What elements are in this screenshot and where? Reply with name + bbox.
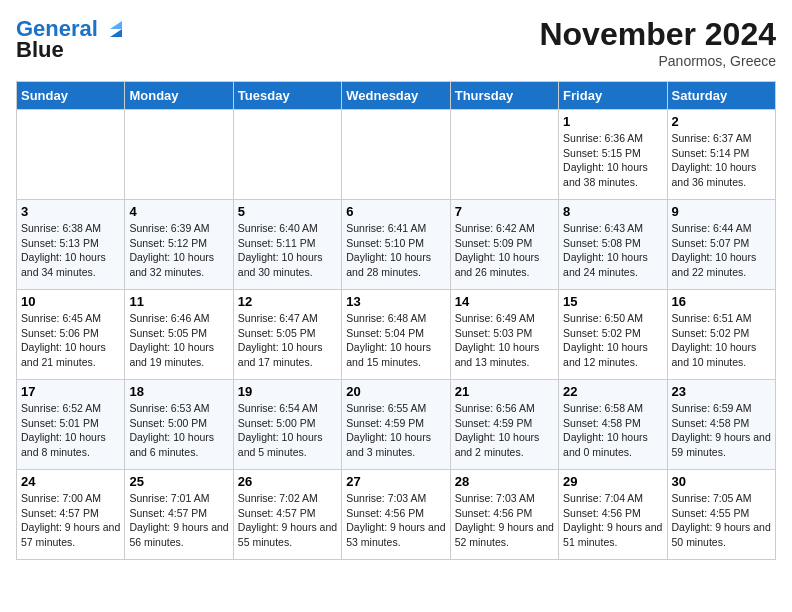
day-cell: 5Sunrise: 6:40 AM Sunset: 5:11 PM Daylig… — [233, 200, 341, 290]
day-info: Sunrise: 6:58 AM Sunset: 4:58 PM Dayligh… — [563, 401, 662, 460]
day-cell — [233, 110, 341, 200]
day-number: 6 — [346, 204, 445, 219]
week-row-4: 17Sunrise: 6:52 AM Sunset: 5:01 PM Dayli… — [17, 380, 776, 470]
day-cell: 16Sunrise: 6:51 AM Sunset: 5:02 PM Dayli… — [667, 290, 775, 380]
calendar-body: 1Sunrise: 6:36 AM Sunset: 5:15 PM Daylig… — [17, 110, 776, 560]
day-cell — [450, 110, 558, 200]
day-number: 17 — [21, 384, 120, 399]
day-info: Sunrise: 6:52 AM Sunset: 5:01 PM Dayligh… — [21, 401, 120, 460]
day-cell: 29Sunrise: 7:04 AM Sunset: 4:56 PM Dayli… — [559, 470, 667, 560]
week-row-1: 1Sunrise: 6:36 AM Sunset: 5:15 PM Daylig… — [17, 110, 776, 200]
week-row-5: 24Sunrise: 7:00 AM Sunset: 4:57 PM Dayli… — [17, 470, 776, 560]
day-info: Sunrise: 6:44 AM Sunset: 5:07 PM Dayligh… — [672, 221, 771, 280]
day-number: 3 — [21, 204, 120, 219]
day-number: 21 — [455, 384, 554, 399]
day-info: Sunrise: 6:47 AM Sunset: 5:05 PM Dayligh… — [238, 311, 337, 370]
day-info: Sunrise: 6:50 AM Sunset: 5:02 PM Dayligh… — [563, 311, 662, 370]
day-number: 13 — [346, 294, 445, 309]
day-info: Sunrise: 6:38 AM Sunset: 5:13 PM Dayligh… — [21, 221, 120, 280]
column-header-wednesday: Wednesday — [342, 82, 450, 110]
day-number: 5 — [238, 204, 337, 219]
day-number: 22 — [563, 384, 662, 399]
day-number: 14 — [455, 294, 554, 309]
day-cell: 17Sunrise: 6:52 AM Sunset: 5:01 PM Dayli… — [17, 380, 125, 470]
column-header-sunday: Sunday — [17, 82, 125, 110]
svg-marker-1 — [110, 21, 122, 29]
logo: General Blue — [16, 16, 126, 63]
day-info: Sunrise: 7:01 AM Sunset: 4:57 PM Dayligh… — [129, 491, 228, 550]
day-info: Sunrise: 6:55 AM Sunset: 4:59 PM Dayligh… — [346, 401, 445, 460]
day-cell: 8Sunrise: 6:43 AM Sunset: 5:08 PM Daylig… — [559, 200, 667, 290]
day-number: 7 — [455, 204, 554, 219]
logo-icon — [104, 19, 126, 41]
month-title: November 2024 — [539, 16, 776, 53]
day-number: 12 — [238, 294, 337, 309]
day-info: Sunrise: 7:03 AM Sunset: 4:56 PM Dayligh… — [455, 491, 554, 550]
day-number: 20 — [346, 384, 445, 399]
day-cell: 3Sunrise: 6:38 AM Sunset: 5:13 PM Daylig… — [17, 200, 125, 290]
header-row: SundayMondayTuesdayWednesdayThursdayFrid… — [17, 82, 776, 110]
day-number: 9 — [672, 204, 771, 219]
day-cell: 30Sunrise: 7:05 AM Sunset: 4:55 PM Dayli… — [667, 470, 775, 560]
day-info: Sunrise: 7:04 AM Sunset: 4:56 PM Dayligh… — [563, 491, 662, 550]
day-cell: 2Sunrise: 6:37 AM Sunset: 5:14 PM Daylig… — [667, 110, 775, 200]
calendar-header: SundayMondayTuesdayWednesdayThursdayFrid… — [17, 82, 776, 110]
day-cell: 9Sunrise: 6:44 AM Sunset: 5:07 PM Daylig… — [667, 200, 775, 290]
week-row-2: 3Sunrise: 6:38 AM Sunset: 5:13 PM Daylig… — [17, 200, 776, 290]
day-cell: 21Sunrise: 6:56 AM Sunset: 4:59 PM Dayli… — [450, 380, 558, 470]
day-number: 4 — [129, 204, 228, 219]
day-info: Sunrise: 6:42 AM Sunset: 5:09 PM Dayligh… — [455, 221, 554, 280]
day-cell — [125, 110, 233, 200]
day-number: 1 — [563, 114, 662, 129]
calendar-table: SundayMondayTuesdayWednesdayThursdayFrid… — [16, 81, 776, 560]
day-number: 23 — [672, 384, 771, 399]
page-header: General Blue November 2024 Panormos, Gre… — [16, 16, 776, 69]
day-info: Sunrise: 7:03 AM Sunset: 4:56 PM Dayligh… — [346, 491, 445, 550]
day-info: Sunrise: 6:56 AM Sunset: 4:59 PM Dayligh… — [455, 401, 554, 460]
location: Panormos, Greece — [539, 53, 776, 69]
column-header-tuesday: Tuesday — [233, 82, 341, 110]
column-header-saturday: Saturday — [667, 82, 775, 110]
day-number: 24 — [21, 474, 120, 489]
day-info: Sunrise: 6:45 AM Sunset: 5:06 PM Dayligh… — [21, 311, 120, 370]
day-info: Sunrise: 6:51 AM Sunset: 5:02 PM Dayligh… — [672, 311, 771, 370]
day-info: Sunrise: 6:40 AM Sunset: 5:11 PM Dayligh… — [238, 221, 337, 280]
day-cell: 14Sunrise: 6:49 AM Sunset: 5:03 PM Dayli… — [450, 290, 558, 380]
svg-marker-0 — [110, 29, 122, 37]
day-number: 15 — [563, 294, 662, 309]
day-number: 30 — [672, 474, 771, 489]
day-cell: 24Sunrise: 7:00 AM Sunset: 4:57 PM Dayli… — [17, 470, 125, 560]
day-info: Sunrise: 6:41 AM Sunset: 5:10 PM Dayligh… — [346, 221, 445, 280]
day-cell: 25Sunrise: 7:01 AM Sunset: 4:57 PM Dayli… — [125, 470, 233, 560]
day-info: Sunrise: 7:00 AM Sunset: 4:57 PM Dayligh… — [21, 491, 120, 550]
column-header-thursday: Thursday — [450, 82, 558, 110]
title-block: November 2024 Panormos, Greece — [539, 16, 776, 69]
day-info: Sunrise: 6:36 AM Sunset: 5:15 PM Dayligh… — [563, 131, 662, 190]
day-info: Sunrise: 6:46 AM Sunset: 5:05 PM Dayligh… — [129, 311, 228, 370]
day-number: 8 — [563, 204, 662, 219]
day-info: Sunrise: 6:43 AM Sunset: 5:08 PM Dayligh… — [563, 221, 662, 280]
day-cell: 13Sunrise: 6:48 AM Sunset: 5:04 PM Dayli… — [342, 290, 450, 380]
day-cell: 1Sunrise: 6:36 AM Sunset: 5:15 PM Daylig… — [559, 110, 667, 200]
day-cell: 18Sunrise: 6:53 AM Sunset: 5:00 PM Dayli… — [125, 380, 233, 470]
day-number: 28 — [455, 474, 554, 489]
day-info: Sunrise: 7:05 AM Sunset: 4:55 PM Dayligh… — [672, 491, 771, 550]
day-number: 25 — [129, 474, 228, 489]
day-cell: 12Sunrise: 6:47 AM Sunset: 5:05 PM Dayli… — [233, 290, 341, 380]
day-cell: 10Sunrise: 6:45 AM Sunset: 5:06 PM Dayli… — [17, 290, 125, 380]
day-info: Sunrise: 6:49 AM Sunset: 5:03 PM Dayligh… — [455, 311, 554, 370]
day-cell: 7Sunrise: 6:42 AM Sunset: 5:09 PM Daylig… — [450, 200, 558, 290]
day-info: Sunrise: 6:37 AM Sunset: 5:14 PM Dayligh… — [672, 131, 771, 190]
day-cell: 23Sunrise: 6:59 AM Sunset: 4:58 PM Dayli… — [667, 380, 775, 470]
day-number: 18 — [129, 384, 228, 399]
day-info: Sunrise: 6:39 AM Sunset: 5:12 PM Dayligh… — [129, 221, 228, 280]
day-cell: 20Sunrise: 6:55 AM Sunset: 4:59 PM Dayli… — [342, 380, 450, 470]
day-info: Sunrise: 6:53 AM Sunset: 5:00 PM Dayligh… — [129, 401, 228, 460]
day-info: Sunrise: 6:48 AM Sunset: 5:04 PM Dayligh… — [346, 311, 445, 370]
day-cell: 19Sunrise: 6:54 AM Sunset: 5:00 PM Dayli… — [233, 380, 341, 470]
day-info: Sunrise: 7:02 AM Sunset: 4:57 PM Dayligh… — [238, 491, 337, 550]
day-cell: 28Sunrise: 7:03 AM Sunset: 4:56 PM Dayli… — [450, 470, 558, 560]
day-number: 27 — [346, 474, 445, 489]
day-info: Sunrise: 6:54 AM Sunset: 5:00 PM Dayligh… — [238, 401, 337, 460]
day-cell — [17, 110, 125, 200]
